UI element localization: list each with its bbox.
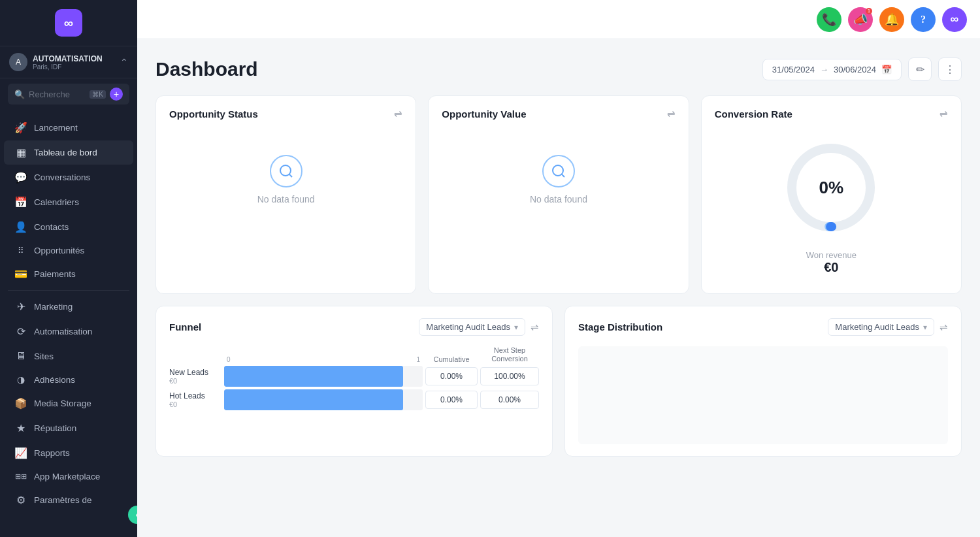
sidebar: ∞ A AUTOMATISATION Paris, IDF ⌃ 🔍 ⌘K + 🚀… <box>0 0 137 537</box>
sidebar-item-marketing[interactable]: ✈ Marketing <box>4 295 133 319</box>
dashboard-actions: 31/05/2024 → 30/06/2024 📅 ✏ ⋮ <box>762 57 962 81</box>
sidebar-item-label: Rapports <box>34 448 70 458</box>
account-switcher[interactable]: A AUTOMATISATION Paris, IDF ⌃ <box>0 46 137 78</box>
avatar: A <box>9 53 27 71</box>
sidebar-item-media-storage[interactable]: 📦 Media Storage <box>4 391 133 415</box>
sidebar-item-label: Contacts <box>34 222 69 232</box>
date-to: 30/06/2024 <box>834 65 876 74</box>
sidebar-item-rapports[interactable]: 📈 Rapports <box>4 441 133 465</box>
dashboard-header: Dashboard 31/05/2024 → 30/06/2024 📅 ✏ ⋮ <box>155 57 962 81</box>
sidebar-item-app-marketplace[interactable]: ⊞⊞ App Marketplace <box>4 466 133 487</box>
more-options-button[interactable]: ⋮ <box>938 57 962 81</box>
sidebar-item-paiements[interactable]: 💳 Paiements <box>4 262 133 286</box>
sidebar-item-label: Réputation <box>34 423 76 433</box>
sidebar-item-sites[interactable]: 🖥 Sites <box>4 344 133 368</box>
rocket-icon: 🚀 <box>14 122 27 134</box>
no-data-area: No data found <box>442 129 675 231</box>
search-icon: 🔍 <box>14 90 25 99</box>
widgets-row: Opportunity Status ⇌ No data found Oppor… <box>155 95 962 294</box>
axis-right: 1 <box>416 356 420 363</box>
date-range-picker[interactable]: 31/05/2024 → 30/06/2024 📅 <box>762 59 902 80</box>
chevron-down-icon: ⌃ <box>120 57 128 67</box>
col-cumulative: Cumulative <box>425 355 478 363</box>
star-icon: ★ <box>14 422 27 434</box>
opportunity-status-widget: Opportunity Status ⇌ No data found <box>155 95 416 294</box>
stage-dropdown[interactable]: Marketing Audit Leads ▾ <box>828 318 934 336</box>
funnel-row: Hot Leads €0 0.00% 0.00% <box>169 389 539 410</box>
sidebar-item-parametres[interactable]: ⚙ Paramètres de <box>4 488 133 512</box>
funnel-title: Funnel <box>169 321 201 333</box>
grid-icon: ⠿ <box>14 246 27 255</box>
help-icon[interactable]: ? <box>911 7 936 32</box>
filter-icon[interactable]: ⇌ <box>939 108 948 120</box>
sidebar-item-label: Opportunités <box>34 246 84 255</box>
stage-distribution-widget: Stage Distribution Marketing Audit Leads… <box>564 306 962 457</box>
marketplace-icon: ⊞⊞ <box>14 472 27 481</box>
chevron-down-icon: ▾ <box>514 323 518 332</box>
sidebar-item-label: Paiements <box>34 269 76 279</box>
widget-title: Conversion Rate <box>715 108 792 120</box>
svg-line-1 <box>289 174 291 177</box>
bell-icon[interactable]: 🔔 <box>879 7 904 32</box>
won-revenue-label: Won revenue <box>806 250 857 260</box>
sidebar-item-label: Tableau de bord <box>34 148 97 157</box>
search-input[interactable] <box>29 90 86 99</box>
stage-header: Stage Distribution Marketing Audit Leads… <box>578 318 948 336</box>
megaphone-icon[interactable]: 📣 1 <box>848 7 873 32</box>
calendar-icon: 📅 <box>14 196 27 208</box>
content-area: Dashboard 31/05/2024 → 30/06/2024 📅 ✏ ⋮ … <box>137 39 980 537</box>
user-icon: 👤 <box>14 221 27 233</box>
sidebar-item-contacts[interactable]: 👤 Contacts <box>4 215 133 239</box>
sidebar-item-label: Lancement <box>34 123 78 133</box>
no-data-icon <box>542 155 575 187</box>
svg-point-2 <box>553 165 563 176</box>
sidebar-item-conversations[interactable]: 💬 Conversations <box>4 165 133 189</box>
sidebar-item-label: Sites <box>34 351 54 361</box>
automation-icon: ⟳ <box>14 325 27 338</box>
arrow-icon: → <box>820 65 828 74</box>
marketing-icon: ✈ <box>14 301 27 313</box>
logo-icon[interactable]: ∞ <box>55 9 82 37</box>
sidebar-item-tableau-de-bord[interactable]: ▦ Tableau de bord <box>4 140 133 165</box>
sidebar-item-opportunites[interactable]: ⠿ Opportunités <box>4 240 133 261</box>
no-data-area: No data found <box>169 129 402 231</box>
edit-button[interactable]: ✏ <box>908 57 932 81</box>
search-bar[interactable]: 🔍 ⌘K + <box>8 84 129 105</box>
conversion-rate-widget: Conversion Rate ⇌ 0% Won revenue €0 <box>701 95 962 294</box>
sidebar-item-label: Adhésions <box>34 375 75 385</box>
stage-title: Stage Distribution <box>578 321 662 333</box>
settings-icon: ⚙ <box>14 494 27 506</box>
date-from: 31/05/2024 <box>772 65 815 74</box>
svg-line-3 <box>562 174 564 177</box>
sidebar-item-calendriers[interactable]: 📅 Calendriers <box>4 190 133 214</box>
add-button[interactable]: + <box>110 88 123 101</box>
chat-icon: 💬 <box>14 171 27 184</box>
sidebar-item-lancement[interactable]: 🚀 Lancement <box>4 116 133 140</box>
sidebar-nav: 🚀 Lancement ▦ Tableau de bord 💬 Conversa… <box>0 110 137 518</box>
axis-left: 0 <box>227 356 231 363</box>
bottom-row: Funnel Marketing Audit Leads ▾ ⇌ 0 1 <box>155 306 962 457</box>
widget-title: Opportunity Value <box>442 108 526 120</box>
main-area: 📞 📣 1 🔔 ? ∞ Dashboard 31/05/2024 → 30/06… <box>137 0 980 537</box>
sidebar-item-automatisation[interactable]: ⟳ Automatisation <box>4 319 133 344</box>
phone-icon[interactable]: 📞 <box>817 7 841 32</box>
funnel-widget: Funnel Marketing Audit Leads ▾ ⇌ 0 1 <box>155 306 553 457</box>
keyboard-shortcut: ⌘K <box>90 90 106 99</box>
filter-icon[interactable]: ⇌ <box>531 321 539 333</box>
filter-icon[interactable]: ⇌ <box>667 108 676 120</box>
nav-divider <box>8 290 129 291</box>
sidebar-item-label: Automatisation <box>34 327 92 336</box>
topbar: 📞 📣 1 🔔 ? ∞ <box>137 0 980 39</box>
calendar-icon: 📅 <box>881 65 892 74</box>
conversion-content: 0% Won revenue €0 <box>715 129 948 282</box>
funnel-dropdown[interactable]: Marketing Audit Leads ▾ <box>419 318 525 336</box>
stage-dropdown-label: Marketing Audit Leads <box>835 322 919 332</box>
adhesions-icon: ◑ <box>14 374 27 385</box>
funnel-dropdown-label: Marketing Audit Leads <box>426 322 510 332</box>
filter-icon[interactable]: ⇌ <box>939 321 948 333</box>
filter-icon[interactable]: ⇌ <box>394 108 402 120</box>
sidebar-item-adhesions[interactable]: ◑ Adhésions <box>4 368 133 391</box>
app-logo-icon[interactable]: ∞ <box>942 7 967 32</box>
no-data-text: No data found <box>257 194 315 204</box>
sidebar-item-reputation[interactable]: ★ Réputation <box>4 416 133 440</box>
